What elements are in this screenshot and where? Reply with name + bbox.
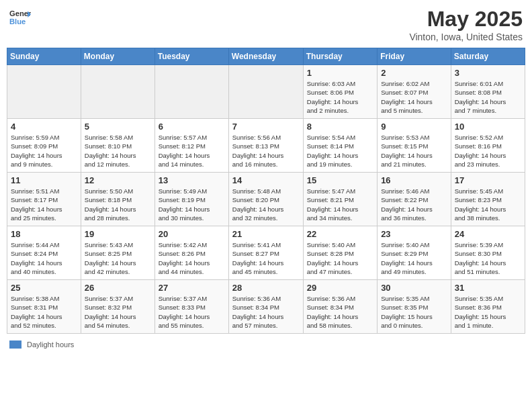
day-info: Sunrise: 6:03 AM Sunset: 8:06 PM Dayligh… xyxy=(307,79,373,115)
calendar-cell: 11Sunrise: 5:51 AM Sunset: 8:17 PM Dayli… xyxy=(7,173,81,226)
day-info: Sunrise: 5:59 AM Sunset: 8:09 PM Dayligh… xyxy=(11,133,77,169)
legend: Daylight hours xyxy=(7,338,525,351)
calendar-cell xyxy=(81,65,154,119)
day-number: 30 xyxy=(381,283,447,293)
calendar-cell: 5Sunrise: 5:58 AM Sunset: 8:10 PM Daylig… xyxy=(81,119,154,173)
calendar-cell: 16Sunrise: 5:46 AM Sunset: 8:22 PM Dayli… xyxy=(378,173,451,226)
calendar-week-row: 1Sunrise: 6:03 AM Sunset: 8:06 PM Daylig… xyxy=(7,65,525,119)
legend-label: Daylight hours xyxy=(27,340,74,349)
day-info: Sunrise: 5:40 AM Sunset: 8:28 PM Dayligh… xyxy=(307,240,373,276)
day-number: 5 xyxy=(85,122,151,132)
calendar-day-header: Friday xyxy=(378,48,451,65)
calendar-cell: 9Sunrise: 5:53 AM Sunset: 8:15 PM Daylig… xyxy=(378,119,451,173)
calendar-cell: 30Sunrise: 5:35 AM Sunset: 8:35 PM Dayli… xyxy=(378,280,451,334)
day-info: Sunrise: 5:53 AM Sunset: 8:15 PM Dayligh… xyxy=(381,133,447,169)
day-number: 21 xyxy=(232,229,300,239)
day-info: Sunrise: 5:40 AM Sunset: 8:29 PM Dayligh… xyxy=(381,240,447,276)
calendar-cell: 25Sunrise: 5:38 AM Sunset: 8:31 PM Dayli… xyxy=(7,280,81,334)
day-number: 16 xyxy=(381,175,447,185)
day-number: 28 xyxy=(232,283,300,293)
day-info: Sunrise: 5:44 AM Sunset: 8:24 PM Dayligh… xyxy=(11,240,77,276)
day-info: Sunrise: 5:43 AM Sunset: 8:25 PM Dayligh… xyxy=(85,240,151,276)
calendar-cell: 18Sunrise: 5:44 AM Sunset: 8:24 PM Dayli… xyxy=(7,226,81,280)
title-block: May 2025 Vinton, Iowa, United States xyxy=(409,7,523,42)
day-info: Sunrise: 5:35 AM Sunset: 8:35 PM Dayligh… xyxy=(381,294,447,330)
calendar-cell: 20Sunrise: 5:42 AM Sunset: 8:26 PM Dayli… xyxy=(154,226,228,280)
day-number: 10 xyxy=(455,122,521,132)
day-number: 27 xyxy=(159,283,225,293)
day-info: Sunrise: 5:57 AM Sunset: 8:12 PM Dayligh… xyxy=(159,133,225,169)
calendar-cell: 1Sunrise: 6:03 AM Sunset: 8:06 PM Daylig… xyxy=(303,65,377,119)
calendar-day-header: Sunday xyxy=(7,48,81,65)
calendar-cell: 7Sunrise: 5:56 AM Sunset: 8:13 PM Daylig… xyxy=(228,119,303,173)
day-number: 7 xyxy=(232,122,300,132)
day-number: 4 xyxy=(11,122,77,132)
day-info: Sunrise: 5:37 AM Sunset: 8:32 PM Dayligh… xyxy=(85,294,151,330)
day-info: Sunrise: 5:39 AM Sunset: 8:30 PM Dayligh… xyxy=(455,240,521,276)
calendar-day-header: Thursday xyxy=(303,48,377,65)
calendar-cell: 10Sunrise: 5:52 AM Sunset: 8:16 PM Dayli… xyxy=(451,119,525,173)
day-number: 24 xyxy=(455,229,521,239)
day-info: Sunrise: 5:38 AM Sunset: 8:31 PM Dayligh… xyxy=(11,294,77,330)
day-info: Sunrise: 5:41 AM Sunset: 8:27 PM Dayligh… xyxy=(232,240,300,276)
day-info: Sunrise: 5:48 AM Sunset: 8:20 PM Dayligh… xyxy=(232,187,300,222)
calendar-day-header: Tuesday xyxy=(154,48,228,65)
day-info: Sunrise: 5:56 AM Sunset: 8:13 PM Dayligh… xyxy=(232,133,300,169)
day-number: 11 xyxy=(11,175,77,185)
calendar-cell: 2Sunrise: 6:02 AM Sunset: 8:07 PM Daylig… xyxy=(378,65,451,119)
day-info: Sunrise: 5:35 AM Sunset: 8:36 PM Dayligh… xyxy=(455,294,521,330)
calendar-week-row: 4Sunrise: 5:59 AM Sunset: 8:09 PM Daylig… xyxy=(7,119,525,173)
day-number: 12 xyxy=(85,175,151,185)
calendar-cell: 19Sunrise: 5:43 AM Sunset: 8:25 PM Dayli… xyxy=(81,226,154,280)
day-info: Sunrise: 5:54 AM Sunset: 8:14 PM Dayligh… xyxy=(307,133,373,169)
location: Vinton, Iowa, United States xyxy=(409,32,523,42)
calendar-cell: 6Sunrise: 5:57 AM Sunset: 8:12 PM Daylig… xyxy=(154,119,228,173)
day-number: 14 xyxy=(232,175,300,185)
calendar-cell: 17Sunrise: 5:45 AM Sunset: 8:23 PM Dayli… xyxy=(451,173,525,226)
calendar-cell: 28Sunrise: 5:36 AM Sunset: 8:34 PM Dayli… xyxy=(228,280,303,334)
calendar-table: SundayMondayTuesdayWednesdayThursdayFrid… xyxy=(7,48,525,334)
svg-text:Blue: Blue xyxy=(9,17,26,26)
day-number: 13 xyxy=(159,175,225,185)
calendar-cell: 8Sunrise: 5:54 AM Sunset: 8:14 PM Daylig… xyxy=(303,119,377,173)
page-header: General Blue May 2025 Vinton, Iowa, Unit… xyxy=(7,7,525,42)
calendar-cell: 13Sunrise: 5:49 AM Sunset: 8:19 PM Dayli… xyxy=(154,173,228,226)
day-number: 26 xyxy=(85,283,151,293)
month-title: May 2025 xyxy=(409,7,523,32)
calendar-cell: 14Sunrise: 5:48 AM Sunset: 8:20 PM Dayli… xyxy=(228,173,303,226)
day-info: Sunrise: 5:58 AM Sunset: 8:10 PM Dayligh… xyxy=(85,133,151,169)
logo-icon: General Blue xyxy=(9,7,31,28)
day-info: Sunrise: 6:02 AM Sunset: 8:07 PM Dayligh… xyxy=(381,79,447,115)
calendar-day-header: Saturday xyxy=(451,48,525,65)
calendar-cell: 23Sunrise: 5:40 AM Sunset: 8:29 PM Dayli… xyxy=(378,226,451,280)
calendar-header-row: SundayMondayTuesdayWednesdayThursdayFrid… xyxy=(7,48,525,65)
day-number: 25 xyxy=(11,283,77,293)
legend-box xyxy=(9,340,21,349)
calendar-cell: 3Sunrise: 6:01 AM Sunset: 8:08 PM Daylig… xyxy=(451,65,525,119)
calendar-cell xyxy=(154,65,228,119)
day-number: 1 xyxy=(307,68,373,78)
day-info: Sunrise: 5:45 AM Sunset: 8:23 PM Dayligh… xyxy=(455,187,521,222)
day-number: 18 xyxy=(11,229,77,239)
day-info: Sunrise: 5:42 AM Sunset: 8:26 PM Dayligh… xyxy=(159,240,225,276)
day-number: 15 xyxy=(307,175,373,185)
calendar-day-header: Wednesday xyxy=(228,48,303,65)
calendar-cell xyxy=(7,65,81,119)
calendar-cell: 12Sunrise: 5:50 AM Sunset: 8:18 PM Dayli… xyxy=(81,173,154,226)
day-number: 9 xyxy=(381,122,447,132)
calendar-week-row: 25Sunrise: 5:38 AM Sunset: 8:31 PM Dayli… xyxy=(7,280,525,334)
logo: General Blue xyxy=(9,7,31,28)
day-number: 8 xyxy=(307,122,373,132)
day-info: Sunrise: 5:36 AM Sunset: 8:34 PM Dayligh… xyxy=(232,294,300,330)
day-info: Sunrise: 5:49 AM Sunset: 8:19 PM Dayligh… xyxy=(159,187,225,222)
day-number: 17 xyxy=(455,175,521,185)
calendar-cell xyxy=(228,65,303,119)
day-info: Sunrise: 5:47 AM Sunset: 8:21 PM Dayligh… xyxy=(307,187,373,222)
calendar-cell: 21Sunrise: 5:41 AM Sunset: 8:27 PM Dayli… xyxy=(228,226,303,280)
calendar-cell: 24Sunrise: 5:39 AM Sunset: 8:30 PM Dayli… xyxy=(451,226,525,280)
calendar-cell: 27Sunrise: 5:37 AM Sunset: 8:33 PM Dayli… xyxy=(154,280,228,334)
day-number: 31 xyxy=(455,283,521,293)
day-info: Sunrise: 5:50 AM Sunset: 8:18 PM Dayligh… xyxy=(85,187,151,222)
calendar-cell: 29Sunrise: 5:36 AM Sunset: 8:34 PM Dayli… xyxy=(303,280,377,334)
day-number: 2 xyxy=(381,68,447,78)
